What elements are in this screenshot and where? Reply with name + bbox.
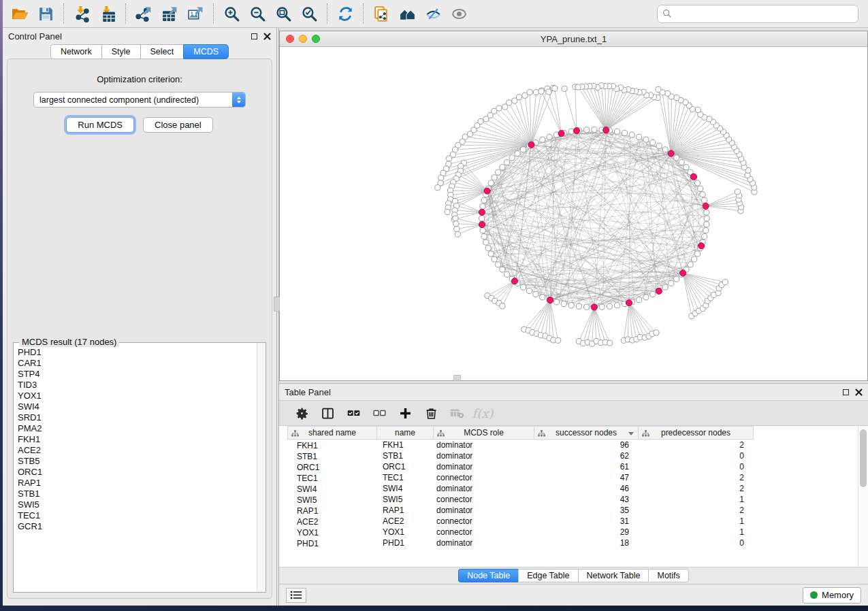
level-of-detail-button[interactable]	[446, 2, 472, 25]
divider-grip[interactable]	[274, 297, 280, 312]
table-row[interactable]: FKH1FKH1dominator962	[287, 440, 868, 450]
cell-successor-nodes: 62	[534, 451, 639, 461]
network-graph[interactable]	[280, 47, 867, 380]
network-canvas[interactable]	[280, 47, 867, 380]
table-row[interactable]: YOX1YOX1connector291	[287, 527, 868, 538]
mcds-node-item[interactable]: FKH1	[18, 434, 257, 445]
column-header-shared-name[interactable]: shared name	[287, 426, 377, 440]
import-network-button[interactable]	[69, 2, 95, 25]
graphics-details-button[interactable]	[420, 2, 446, 25]
tab-network-table[interactable]: Network Table	[578, 569, 649, 582]
mcds-result-list[interactable]: PHD1CAR1STP4TID3YOX1SWI4SRD1PMA2FKH1ACE2…	[14, 343, 257, 592]
run-mcds-button[interactable]: Run MCDS	[66, 117, 134, 133]
function-builder-icon: f(x)	[472, 406, 494, 420]
close-window-icon[interactable]	[286, 35, 294, 43]
column-header-predecessor-nodes[interactable]: predecessor nodes	[639, 426, 754, 440]
mcds-node-item[interactable]: GCR1	[18, 521, 257, 532]
table-row[interactable]: SWI4SWI4dominator462	[287, 483, 868, 494]
mcds-node-item[interactable]: SRD1	[18, 412, 257, 423]
cell-name: PHD1	[377, 538, 434, 548]
cell-MCDS-role: connector	[434, 516, 534, 526]
table-row[interactable]: ACE2ACE2connector311	[287, 516, 868, 527]
tab-motifs[interactable]: Motifs	[648, 569, 688, 582]
export-table-button[interactable]	[157, 2, 182, 25]
mcds-node-item[interactable]: RAP1	[18, 478, 257, 489]
mcds-node-item[interactable]: STB1	[18, 489, 257, 499]
cell-name: SWI5	[377, 495, 434, 504]
zoom-in-button[interactable]	[219, 2, 244, 25]
tab-node-table[interactable]: Node Table	[458, 569, 518, 582]
open-session-icon	[12, 5, 29, 22]
mcds-node-item[interactable]: YOX1	[18, 391, 257, 401]
mcds-node-item[interactable]: ORC1	[18, 467, 257, 478]
float-table-panel-icon[interactable]	[843, 389, 849, 395]
mcds-node-item[interactable]: STP4	[18, 369, 257, 380]
mcds-node-item[interactable]: ACE2	[18, 445, 257, 456]
cell-name: RAP1	[377, 506, 434, 515]
clone-network-button[interactable]	[368, 2, 394, 25]
table-row[interactable]: PHD1PHD1dominator180	[287, 538, 868, 548]
delete-column-button[interactable]	[419, 402, 443, 424]
table-row[interactable]: STB1STB1dominator620	[287, 450, 868, 461]
table-settings-button[interactable]	[290, 402, 313, 424]
tab-edge-table[interactable]: Edge Table	[518, 569, 577, 582]
criterion-select[interactable]: largest connected component (undirected)	[33, 92, 246, 108]
mcds-node-item[interactable]: TEC1	[18, 510, 257, 521]
save-session-button[interactable]	[33, 2, 59, 25]
split-panel-button[interactable]	[316, 402, 339, 424]
add-column-button[interactable]	[393, 402, 417, 424]
float-panel-icon[interactable]	[251, 33, 257, 39]
task-history-button[interactable]	[286, 588, 306, 603]
table-scrollbar[interactable]	[858, 426, 868, 567]
close-table-panel-icon[interactable]	[855, 389, 863, 396]
cell-predecessor-nodes: 1	[639, 516, 754, 526]
mcds-node-item[interactable]: PMA2	[18, 423, 257, 434]
close-panel-button[interactable]: Close panel	[143, 117, 213, 133]
minimize-window-icon[interactable]	[299, 35, 307, 43]
mcds-node-item[interactable]: STB5	[18, 456, 257, 467]
graphics-details-icon	[425, 5, 442, 22]
export-image-button[interactable]	[182, 2, 208, 25]
cell-shared-name: STB1	[287, 450, 377, 461]
deselect-all-rows-button[interactable]	[368, 402, 391, 424]
mcds-node-item[interactable]: CAR1	[18, 358, 257, 369]
table-row[interactable]: SWI5SWI5connector431	[287, 494, 868, 505]
mcds-node-item[interactable]: SWI5	[18, 499, 257, 510]
column-header-successor-nodes[interactable]: successor nodes	[534, 426, 639, 440]
column-header-name[interactable]: name	[377, 426, 434, 440]
cell-MCDS-role: connector	[434, 527, 534, 537]
mcds-list-scrollbar[interactable]	[257, 343, 266, 592]
export-network-button[interactable]	[131, 2, 157, 25]
close-panel-icon[interactable]	[263, 33, 271, 40]
tab-select[interactable]: Select	[140, 44, 184, 59]
open-session-button[interactable]	[7, 2, 33, 25]
column-header-MCDS-role[interactable]: MCDS role	[434, 426, 534, 440]
table-scrollbar-thumb[interactable]	[860, 429, 867, 487]
table-row[interactable]: TEC1TEC1connector472	[287, 472, 868, 483]
tab-style[interactable]: Style	[101, 44, 140, 59]
import-table-icon	[99, 5, 116, 22]
maximize-window-icon[interactable]	[312, 35, 320, 43]
delete-table-icon	[450, 406, 464, 420]
table-row[interactable]: RAP1RAP1dominator352	[287, 505, 868, 516]
network-scroll-grip[interactable]	[453, 375, 461, 380]
zoom-out-button[interactable]	[244, 2, 270, 25]
zoom-selected-button[interactable]	[296, 2, 322, 25]
import-table-button[interactable]	[95, 2, 120, 25]
network-window-titlebar[interactable]: YPA_prune.txt_1	[280, 31, 867, 47]
column-namespace-icon	[642, 430, 649, 437]
zoom-fit-button[interactable]	[270, 2, 296, 25]
search-input[interactable]	[675, 9, 853, 19]
tab-mcds[interactable]: MCDS	[183, 44, 229, 59]
select-all-rows-button[interactable]	[342, 402, 365, 424]
status-bar: Memory	[279, 584, 868, 606]
table-row[interactable]: ORC1ORC1dominator610	[287, 461, 868, 472]
tab-network[interactable]: Network	[50, 44, 101, 59]
mcds-node-item[interactable]: TID3	[18, 380, 257, 391]
mcds-node-item[interactable]: SWI4	[18, 401, 257, 412]
memory-button[interactable]: Memory	[803, 587, 861, 604]
mcds-node-item[interactable]: PHD1	[18, 347, 257, 358]
search-box[interactable]	[657, 5, 858, 23]
neighborhood-button[interactable]	[394, 2, 420, 25]
refresh-layout-button[interactable]	[332, 2, 358, 25]
